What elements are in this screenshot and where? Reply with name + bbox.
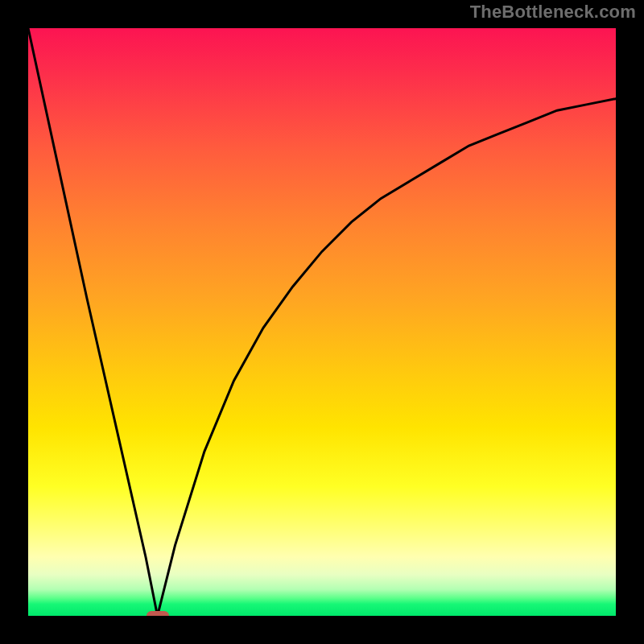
plot-area (28, 28, 616, 616)
minimum-marker (147, 611, 169, 616)
watermark-text: TheBottleneck.com (470, 2, 636, 23)
bottleneck-curve (28, 28, 616, 616)
curve-overlay (28, 28, 616, 616)
chart-frame: TheBottleneck.com (0, 0, 644, 644)
